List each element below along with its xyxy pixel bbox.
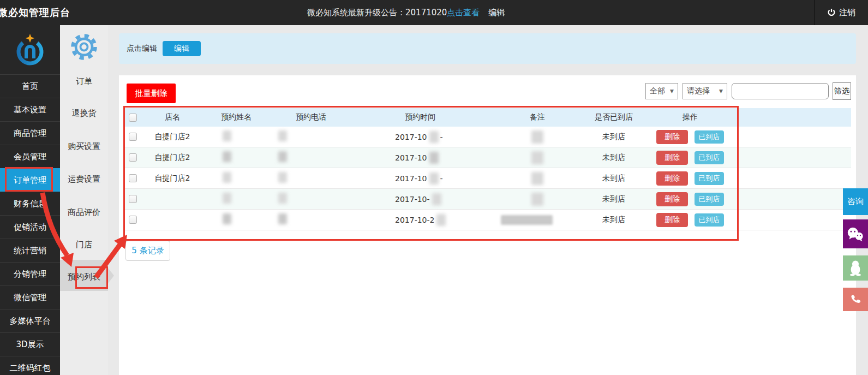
power-icon [827,8,836,17]
app-title: 微必知管理后台 [0,0,70,25]
table-row: 2017-10-2 未到店 删除 已到店 [124,210,851,230]
cell-store: 自提门店2 [145,174,200,183]
bulk-delete-button[interactable]: 批量删除 [127,84,176,103]
sub-item-returns[interactable]: 退换货 [60,107,108,119]
redacted-phone [278,151,287,162]
arrived-button[interactable]: 已到店 [695,172,724,185]
sub-item-stores[interactable]: 门店 [60,239,108,251]
redacted-time [429,172,439,184]
sub-sidebar: 订单 退换货 购买设置 运费设置 商品评价 门店 预约列表 [60,25,108,375]
redacted-name [223,151,231,162]
redacted-name [223,172,231,183]
sub-item-reservation-list[interactable]: 预约列表 [60,271,108,283]
cell-status: 未到店 [584,194,644,204]
settings-gear-icon [69,32,99,62]
redacted-note [501,215,553,225]
field-filter-select[interactable]: 请选择 ▼ [683,83,727,99]
row-checkbox[interactable] [129,174,137,182]
logout-button[interactable]: 注销 [814,0,868,25]
topbar: 微必知管理后台 微必知系统最新升级公告：20171020点击查看编辑 注销 [0,0,868,25]
redacted-time [429,152,439,164]
redacted-note [531,172,543,185]
arrived-button[interactable]: 已到店 [695,130,724,144]
reservation-table: 店名 预约姓名 预约电话 预约时间 备注 是否已到店 操作 自提门店2 2017… [124,108,851,230]
header-reservation-phone: 预约电话 [273,112,349,122]
sidebar-item-statistics-marketing[interactable]: 统计营销 [0,239,60,262]
banner-label: 点击编辑 [127,44,157,53]
cell-store: 自提门店2 [145,153,200,163]
row-checkbox[interactable] [129,195,137,203]
arrived-button[interactable]: 已到店 [695,193,724,206]
redacted-phone [278,130,287,141]
row-checkbox[interactable] [129,133,137,141]
delete-button[interactable]: 删除 [656,130,688,144]
delete-button[interactable]: 删除 [656,192,688,206]
chevron-down-icon: ▼ [719,88,723,94]
notice-text: 微必知系统最新升级公告：20171020 [307,8,447,17]
sidebar-item-basic-settings[interactable]: 基本设置 [0,98,60,121]
delete-button[interactable]: 删除 [656,213,688,227]
search-input[interactable] [732,83,829,99]
category-filter-select[interactable]: 全部 ▼ [645,83,678,99]
sidebar-item-order-management[interactable]: 订单管理 [0,168,60,192]
cell-store: 自提门店2 [145,132,200,142]
sub-item-purchase-settings[interactable]: 购买设置 [60,140,108,152]
sidebar-item-wechat-management[interactable]: 微信管理 [0,285,60,309]
logout-label: 注销 [839,8,855,18]
header-reservation-name: 预约姓名 [200,112,273,122]
notice-edit-link[interactable]: 编辑 [488,8,505,17]
sidebar-menu: 首页 基本设置 商品管理 会员管理 订单管理 财务信息 促销活动 统计营销 分销… [0,74,60,375]
header-reservation-time: 预约时间 [349,112,491,122]
delete-button[interactable]: 删除 [656,151,688,165]
arrived-button[interactable]: 已到店 [695,151,724,164]
sub-item-product-reviews[interactable]: 商品评价 [60,206,108,218]
cell-status: 未到店 [584,215,644,225]
header-actions: 操作 [644,112,737,122]
row-checkbox[interactable] [129,153,137,162]
cell-status: 未到店 [584,153,644,163]
sub-item-orders[interactable]: 订单 [60,75,108,87]
system-notice: 微必知系统最新升级公告：20171020点击查看编辑 [307,0,505,25]
select-all-checkbox[interactable] [129,114,137,122]
sidebar-item-3d-display[interactable]: 3D展示 [0,332,60,356]
arrived-button[interactable]: 已到店 [695,213,724,227]
notice-view-link[interactable]: 点击查看 [447,8,480,17]
sidebar-item-distribution[interactable]: 分销管理 [0,262,60,285]
chevron-down-icon: ▼ [670,88,674,94]
header-store: 店名 [145,112,200,122]
page: 微必知管理后台 微必知系统最新升级公告：20171020点击查看编辑 注销 首页… [0,0,868,375]
sidebar-item-promotions[interactable]: 促销活动 [0,215,60,239]
banner-edit-button[interactable]: 编辑 [163,41,201,56]
cell-time: 2017-10 [349,152,491,164]
table-row: 自提门店2 2017-10- 未到店 删除 已到店 [124,127,851,147]
redacted-phone [278,193,287,204]
sidebar-item-home[interactable]: 首页 [0,74,60,98]
cell-time: 2017-10- [349,193,491,205]
wechat-icon[interactable] [843,219,868,248]
consult-button[interactable]: 咨询 [843,188,868,215]
record-count: 5 条记录 [125,241,170,261]
cell-status: 未到店 [584,174,644,183]
qq-icon[interactable] [843,255,868,281]
sidebar-item-finance-info[interactable]: 财务信息 [0,192,60,215]
app-logo [0,25,60,74]
row-checkbox[interactable] [129,216,137,224]
content-panel: 批量删除 全部 ▼ 请选择 ▼ 筛选 店名 预约姓名 预约电话 预约时间 备注 … [119,75,856,375]
edit-banner: 点击编辑 编辑 [119,33,856,64]
sub-item-shipping-settings[interactable]: 运费设置 [60,173,108,185]
redacted-note [531,130,543,144]
sidebar-item-qrcode-redpacket[interactable]: 二维码红包 [0,356,60,375]
table-row: 2017-10- 未到店 删除 已到店 [124,189,851,210]
table-header-row: 店名 预约姓名 预约电话 预约时间 备注 是否已到店 操作 [124,108,851,127]
cell-time: 2017-10- [349,172,491,184]
header-arrived-status: 是否已到店 [584,112,644,122]
redacted-time [429,131,439,143]
cell-time: 2017-10- [349,131,491,143]
filter-button[interactable]: 筛选 [833,82,851,100]
phone-icon[interactable] [843,288,868,311]
sidebar-item-product-management[interactable]: 商品管理 [0,121,60,145]
delete-button[interactable]: 删除 [656,171,688,186]
sidebar-item-multimedia[interactable]: 多媒体平台 [0,309,60,332]
sidebar-item-member-management[interactable]: 会员管理 [0,145,60,168]
table-row: 自提门店2 2017-10- 未到店 删除 已到店 [124,168,851,189]
